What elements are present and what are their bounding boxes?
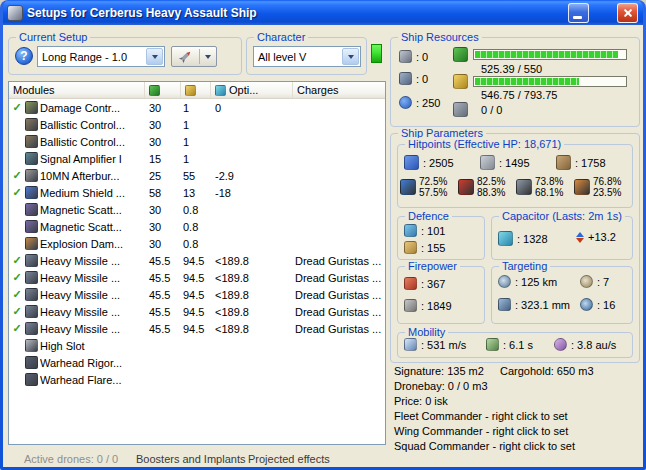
table-row[interactable]: ✓Heavy Missile ...45.594.5<189.8Dread Gu… xyxy=(9,252,385,269)
character-skill-indicator xyxy=(371,44,382,63)
active-check-icon: ✓ xyxy=(11,101,23,114)
module-opti: <189.8 xyxy=(211,272,293,284)
section-active-drones-0-0[interactable]: Active drones: 0 / 0 xyxy=(24,453,136,465)
targeting-box: Targeting : 125 km : 7 : 323.1 mm : 16 xyxy=(491,266,633,324)
wing-commander-text[interactable]: Wing Commander - right click to set xyxy=(394,425,640,440)
module-name: Ballistic Control... xyxy=(40,136,125,148)
table-row[interactable]: ✓Medium Shield ...5813-18 xyxy=(9,184,385,201)
firepower-value-2: : 1849 xyxy=(421,300,452,312)
module-opti: <189.8 xyxy=(211,255,293,267)
setup-select-button[interactable] xyxy=(146,48,163,65)
capacitor-recharge-stat: +13.2 xyxy=(576,231,616,243)
structure-hp-value: : 1758 xyxy=(575,157,606,169)
targeting-range-value: : 125 km xyxy=(515,276,557,288)
character-label: Character xyxy=(254,31,308,44)
turret-hardpoints-value: : 0 xyxy=(416,51,428,63)
module-cpu: 15 xyxy=(145,153,181,165)
client-area: Current Setup ? Long Range - 1.0 xyxy=(3,25,643,467)
structure-icon xyxy=(556,155,571,170)
firepower-stat-2: : 1849 xyxy=(404,299,452,312)
help-button[interactable]: ? xyxy=(15,47,33,65)
launcher-icon xyxy=(399,72,412,85)
module-icon xyxy=(25,203,38,216)
module-cell: ✓Heavy Missile ... xyxy=(9,288,145,301)
targeting-range-icon xyxy=(498,275,511,288)
module-name: Heavy Missile ... xyxy=(40,255,120,267)
capacitor-recharge-value: +13.2 xyxy=(588,231,616,243)
table-row[interactable]: Ballistic Control...301 xyxy=(9,133,385,150)
app-icon xyxy=(7,5,23,21)
minimize-button[interactable] xyxy=(568,3,589,23)
module-icon xyxy=(25,356,38,369)
section-projected-effects[interactable]: Projected effects xyxy=(248,453,360,465)
module-cell: Signal Amplifier I xyxy=(9,152,145,165)
table-row[interactable]: Magnetic Scatt...300.8 xyxy=(9,218,385,235)
scan-resolution-stat: : 323.1 mm xyxy=(498,298,570,311)
module-opti: <189.8 xyxy=(211,289,293,301)
column-header-cpu[interactable] xyxy=(145,82,181,98)
squad-commander-text[interactable]: Squad Commander - right click to set xyxy=(394,440,640,455)
modules-table[interactable]: Modules Opti... Charges ✓Damage Contr...… xyxy=(8,81,386,445)
modules-rows: ✓Damage Contr...3010Ballistic Control...… xyxy=(9,99,385,388)
table-row[interactable]: ✓Heavy Missile ...45.594.5<189.8Dread Gu… xyxy=(9,320,385,337)
setup-select[interactable]: Long Range - 1.0 xyxy=(37,46,165,67)
ammo-button[interactable] xyxy=(171,46,217,67)
resist-values: 76.8%23.5% xyxy=(593,176,621,198)
resist-values: 82.5%88.3% xyxy=(477,176,505,198)
table-row[interactable]: ✓Heavy Missile ...45.594.5<189.8Dread Gu… xyxy=(9,286,385,303)
cpu-usage-text: 525.39 / 550 xyxy=(481,63,542,75)
module-cpu: 30 xyxy=(145,119,181,131)
structure-hp-stat: : 1758 xyxy=(556,155,606,170)
module-name: Heavy Missile ... xyxy=(40,289,120,301)
column-header-opti[interactable]: Opti... xyxy=(211,82,293,98)
table-row[interactable]: Ballistic Control...301 xyxy=(9,116,385,133)
module-cpu: 45.5 xyxy=(145,323,181,335)
module-icon xyxy=(25,373,38,386)
module-pg: 1 xyxy=(181,102,211,114)
titlebar[interactable]: Setups for Cerberus Heavy Assault Ship xyxy=(3,0,643,25)
module-icon xyxy=(25,152,38,165)
powergrid-icon xyxy=(185,85,196,96)
module-cell: ✓Medium Shield ... xyxy=(9,186,145,199)
capacitor-amount-stat: : 1328 xyxy=(498,231,548,246)
fleet-commander-text[interactable]: Fleet Commander - right click to set xyxy=(394,410,640,425)
speed-stat: : 531 m/s xyxy=(404,338,466,351)
module-pg: 94.5 xyxy=(181,255,211,267)
align-time-stat: : 6.1 s xyxy=(486,338,533,351)
character-select[interactable]: All level V xyxy=(253,46,361,67)
firepower-value-1: : 367 xyxy=(421,278,445,290)
chevron-down-icon[interactable] xyxy=(205,55,211,59)
defence-box: Defence : 101 : 155 xyxy=(397,216,485,260)
module-opti: -2.9 xyxy=(211,170,293,182)
table-row[interactable]: Warhead Flare... xyxy=(9,371,385,388)
table-row[interactable]: Explosion Dam...300.8 xyxy=(9,235,385,252)
table-row[interactable]: ✓10MN Afterbur...2555-2.9 xyxy=(9,167,385,184)
table-row[interactable]: High Slot xyxy=(9,337,385,354)
column-header-charges[interactable]: Charges xyxy=(293,82,385,98)
table-row[interactable]: Warhead Rigor... xyxy=(9,354,385,371)
window: Setups for Cerberus Heavy Assault Ship C… xyxy=(0,0,646,470)
module-cell: Explosion Dam... xyxy=(9,237,145,250)
em-damage-icon xyxy=(400,179,416,195)
defence-stat-2: : 155 xyxy=(404,241,445,254)
table-row[interactable]: Magnetic Scatt...300.8 xyxy=(9,201,385,218)
table-row[interactable]: ✓Heavy Missile ...45.594.5<189.8Dread Gu… xyxy=(9,269,385,286)
close-button[interactable] xyxy=(617,3,638,23)
armor-hp-value: : 1495 xyxy=(499,157,530,169)
cpu-progress-fill xyxy=(475,51,618,58)
opti-header-label: Opti... xyxy=(229,84,258,96)
column-header-powergrid[interactable] xyxy=(181,82,211,98)
column-header-modules[interactable]: Modules xyxy=(9,82,145,98)
active-check-icon: ✓ xyxy=(11,186,23,199)
module-icon xyxy=(25,271,38,284)
thermal-resist-group: 82.5%88.3% xyxy=(458,176,505,198)
table-row[interactable]: ✓Damage Contr...3010 xyxy=(9,99,385,116)
module-cpu: 30 xyxy=(145,238,181,250)
ship-info: Signature: 135 m2 Cargohold: 650 m3 Dron… xyxy=(394,365,640,455)
defence-stat-1: : 101 xyxy=(404,224,445,237)
explosive-resist-group: 76.8%23.5% xyxy=(574,176,621,198)
table-row[interactable]: Signal Amplifier I151 xyxy=(9,150,385,167)
character-select-button[interactable] xyxy=(342,48,359,65)
section-boosters-and-implants[interactable]: Boosters and Implants xyxy=(136,453,248,465)
table-row[interactable]: ✓Heavy Missile ...45.594.5<189.8Dread Gu… xyxy=(9,303,385,320)
